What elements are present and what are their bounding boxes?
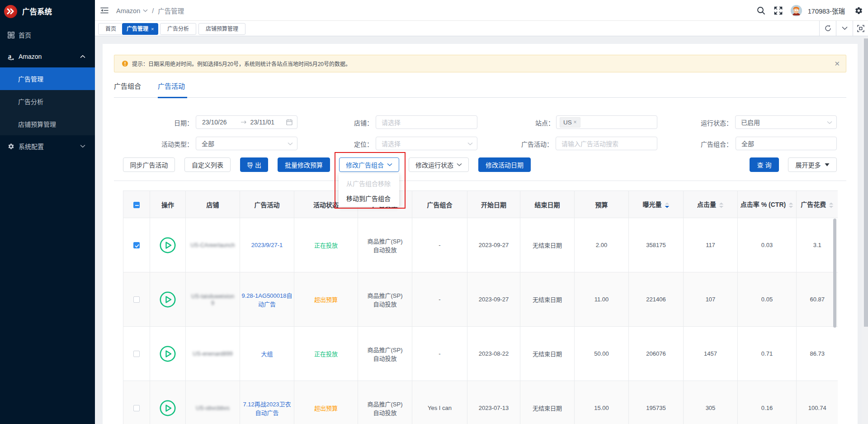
svg-text:a: a bbox=[8, 52, 11, 59]
